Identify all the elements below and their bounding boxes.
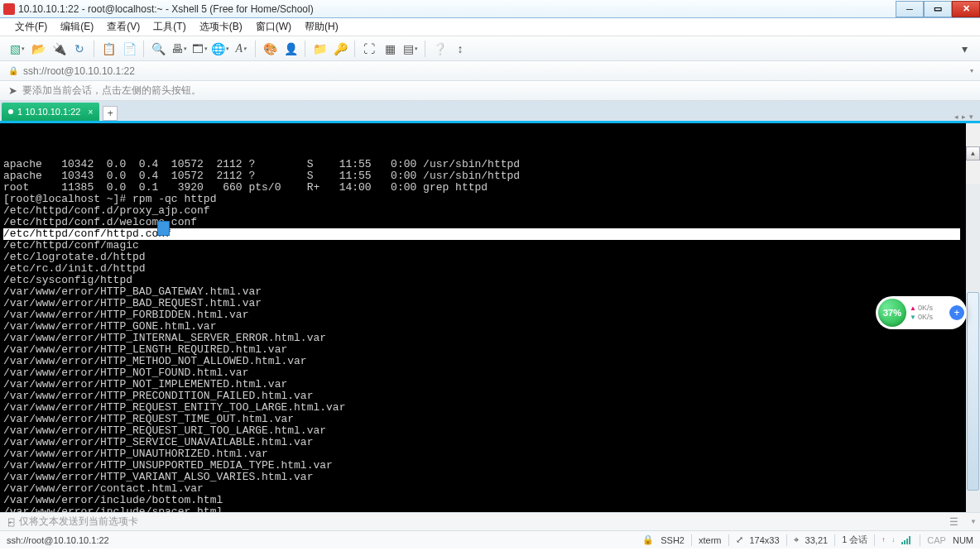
terminal-line[interactable]: /var/www/error/HTTP_METHOD_NOT_ALLOWED.h… xyxy=(3,356,977,367)
status-cap: CAP xyxy=(927,535,946,545)
terminal-line[interactable]: /var/www/error/HTTP_SERVICE_UNAVAILABLE.… xyxy=(3,437,977,448)
scroll-thumb[interactable] xyxy=(967,292,979,491)
terminal-line[interactable]: /var/www/error/HTTP_NOT_FOUND.html.var xyxy=(3,367,977,379)
window-title: 10.10.10.1:22 - root@localhost:~ - Xshel… xyxy=(18,3,896,15)
help-icon[interactable]: ❔ xyxy=(430,40,449,58)
menu-help[interactable]: 帮助(H) xyxy=(298,17,345,36)
menu-edit[interactable]: 编辑(E) xyxy=(54,17,100,36)
terminal-line[interactable]: [root@localhost ~]# rpm -qc httpd xyxy=(3,194,977,205)
user-icon[interactable]: 👤 xyxy=(281,40,300,58)
open-icon[interactable]: 📂 xyxy=(29,40,47,58)
status-right: 🔒 SSH2 xterm ⤢ 174x33 ⌖ 33,21 1 会话 ↑ ↓ C… xyxy=(642,534,973,546)
status-pos: 33,21 xyxy=(805,535,829,545)
layout-icon[interactable]: ▤ xyxy=(401,40,420,58)
status-separator xyxy=(920,534,920,546)
toolbar-dropdown-icon[interactable]: ▾ xyxy=(955,40,973,58)
key-icon[interactable]: 🔑 xyxy=(331,40,349,58)
terminal-line[interactable]: apache 10342 0.0 0.4 10572 2112 ? S 11:5… xyxy=(3,159,977,170)
maximize-button[interactable]: ▭ xyxy=(924,1,952,17)
toolbar-separator xyxy=(354,41,355,57)
terminal-line[interactable]: /var/www/error/include/bottom.html xyxy=(3,495,977,506)
hint-bar: ➤ 要添加当前会话，点击左侧的箭头按钮。 xyxy=(0,81,980,101)
close-button[interactable]: ✕ xyxy=(952,1,980,17)
terminal-line[interactable]: /var/www/error/HTTP_FORBIDDEN.html.var xyxy=(3,309,977,321)
address-url[interactable]: ssh://root@10.10.10.1:22 xyxy=(23,65,135,77)
session-tab[interactable]: 1 10.10.10.1:22 × xyxy=(2,103,99,121)
connect-icon[interactable]: 🔌 xyxy=(50,40,68,58)
widget-plus-icon[interactable]: + xyxy=(949,305,964,320)
new-session-icon[interactable]: ▧ xyxy=(8,40,26,58)
copy-icon[interactable]: 📋 xyxy=(99,40,118,58)
terminal-line[interactable]: /var/www/error/HTTP_GONE.html.var xyxy=(3,321,977,333)
terminal-line[interactable]: /var/www/error/HTTP_INTERNAL_SERVER_ERRO… xyxy=(3,333,977,344)
menu-file[interactable]: 文件(F) xyxy=(8,17,54,36)
terminal-line[interactable]: /var/www/error/HTTP_PRECONDITION_FAILED.… xyxy=(3,390,977,402)
text-cursor-icon xyxy=(157,221,170,236)
status-separator xyxy=(786,534,787,546)
transfer-icon[interactable]: 📁 xyxy=(310,40,329,58)
add-session-arrow-icon[interactable]: ➤ xyxy=(8,84,17,97)
color-icon[interactable]: 🎨 xyxy=(261,40,279,58)
terminal-line[interactable]: /var/www/error/HTTP_LENGTH_REQUIRED.html… xyxy=(3,344,977,356)
globe-icon[interactable]: 🌐 xyxy=(211,40,229,58)
terminal-line[interactable]: root 11385 0.0 0.1 3920 660 pts/0 R+ 14:… xyxy=(3,182,977,194)
properties-icon[interactable]: 🗔 xyxy=(190,40,209,58)
terminal-line[interactable]: /var/www/error/include/spacer.html xyxy=(3,506,977,512)
terminal-line[interactable]: /var/www/error/HTTP_UNAUTHORIZED.html.va… xyxy=(3,448,977,460)
network-widget[interactable]: 37% ▲0K/s ▼0K/s + xyxy=(876,296,967,329)
scrollbar[interactable]: ▲ ▼ xyxy=(966,123,980,512)
terminal-line-highlighted[interactable]: /etc/httpd/conf/httpd.conf xyxy=(3,228,960,240)
terminal-line[interactable]: /etc/rc.d/init.d/httpd xyxy=(3,263,977,275)
menu-window[interactable]: 窗口(W) xyxy=(249,17,298,36)
tile-icon[interactable]: ▦ xyxy=(381,40,399,58)
tab-prev-icon[interactable]: ◂ xyxy=(954,113,958,121)
fullscreen-icon[interactable]: ⛶ xyxy=(360,40,378,58)
menu-view[interactable]: 查看(V) xyxy=(100,17,147,36)
input-menu-icon[interactable]: ☰ xyxy=(949,516,958,528)
address-dropdown-icon[interactable]: ▾ xyxy=(970,67,973,74)
net-speeds: ▲0K/s ▼0K/s xyxy=(910,304,933,322)
status-down-icon: ↓ xyxy=(891,536,895,544)
cpu-percent-circle: 37% xyxy=(878,299,906,327)
terminal-line[interactable]: /etc/httpd/conf/magic xyxy=(3,240,977,252)
terminal-line[interactable]: /var/www/error/HTTP_UNSUPPORTED_MEDIA_TY… xyxy=(3,460,977,472)
print-icon[interactable]: 🖶 xyxy=(170,40,188,58)
terminal-line[interactable]: /var/www/error/HTTP_BAD_GATEWAY.html.var xyxy=(3,286,977,298)
input-dropdown-icon[interactable]: ▼ xyxy=(970,518,977,525)
terminal-line[interactable]: /var/www/error/HTTP_REQUEST_ENTITY_TOO_L… xyxy=(3,402,977,414)
lock-icon: 🔒 xyxy=(8,66,18,75)
tab-add-button[interactable]: + xyxy=(103,106,118,121)
terminal[interactable]: apache 10342 0.0 0.4 10572 2112 ? S 11:5… xyxy=(0,123,980,512)
upload-speed: 0K/s xyxy=(918,304,933,313)
signal-icon xyxy=(901,536,913,544)
terminal-line[interactable]: /etc/httpd/conf.d/proxy_ajp.conf xyxy=(3,205,977,217)
terminal-line[interactable]: /var/www/error/contact.html.var xyxy=(3,483,977,495)
tab-next-icon[interactable]: ▸ xyxy=(962,113,966,121)
menu-tools[interactable]: 工具(T) xyxy=(147,17,192,36)
tab-status-icon xyxy=(8,109,13,114)
terminal-line[interactable]: /var/www/error/HTTP_REQUEST_TIME_OUT.htm… xyxy=(3,414,977,425)
tab-close-icon[interactable]: × xyxy=(88,108,93,117)
terminal-line[interactable]: /var/www/error/HTTP_NOT_IMPLEMENTED.html… xyxy=(3,379,977,390)
minimize-button[interactable]: ─ xyxy=(896,1,924,17)
input-hint-text[interactable]: 仅将文本发送到当前选项卡 xyxy=(19,515,138,529)
font-icon[interactable]: A xyxy=(232,40,250,58)
terminal-line[interactable]: /etc/httpd/conf.d/welcome.conf xyxy=(3,217,977,228)
search-icon[interactable]: 🔍 xyxy=(149,40,167,58)
terminal-line[interactable]: /etc/sysconfig/httpd xyxy=(3,275,977,286)
reconnect-icon[interactable]: ↻ xyxy=(70,40,89,58)
status-size: 174x33 xyxy=(750,535,780,545)
menu-tabs[interactable]: 选项卡(B) xyxy=(193,17,249,36)
status-separator xyxy=(728,534,729,546)
tab-list-icon[interactable]: ▾ xyxy=(969,113,973,121)
paste-icon[interactable]: 📄 xyxy=(120,40,138,58)
terminal-line[interactable]: /var/www/error/HTTP_REQUEST_URI_TOO_LARG… xyxy=(3,425,977,437)
scroll-icon[interactable]: ↕ xyxy=(451,40,469,58)
send-mode-icon[interactable]: ⍇ xyxy=(8,516,14,528)
terminal-line[interactable]: /var/www/error/HTTP_VARIANT_ALSO_VARIES.… xyxy=(3,472,977,483)
terminal-line[interactable]: apache 10343 0.0 0.4 10572 2112 ? S 11:5… xyxy=(3,170,977,182)
scroll-track[interactable] xyxy=(966,184,980,512)
terminal-line[interactable]: /etc/logrotate.d/httpd xyxy=(3,252,977,263)
scroll-up-icon[interactable]: ▲ xyxy=(966,146,980,161)
terminal-line[interactable]: /var/www/error/HTTP_BAD_REQUEST.html.var xyxy=(3,298,977,309)
